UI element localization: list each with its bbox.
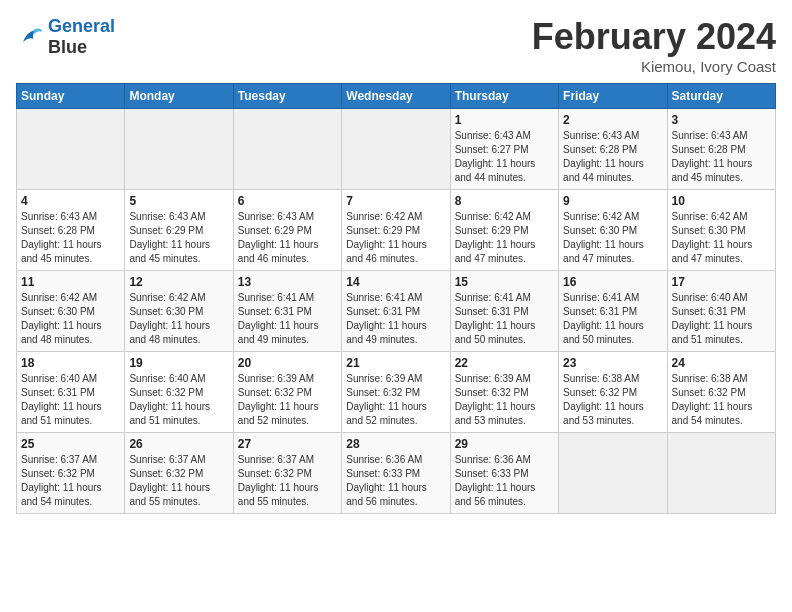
calendar-cell [667, 433, 775, 514]
day-info: Sunrise: 6:36 AMSunset: 6:33 PMDaylight:… [346, 453, 445, 509]
calendar-cell: 19Sunrise: 6:40 AMSunset: 6:32 PMDayligh… [125, 352, 233, 433]
day-number: 27 [238, 437, 337, 451]
day-info: Sunrise: 6:42 AMSunset: 6:30 PMDaylight:… [129, 291, 228, 347]
day-number: 17 [672, 275, 771, 289]
calendar-cell: 21Sunrise: 6:39 AMSunset: 6:32 PMDayligh… [342, 352, 450, 433]
calendar-cell: 11Sunrise: 6:42 AMSunset: 6:30 PMDayligh… [17, 271, 125, 352]
day-number: 1 [455, 113, 554, 127]
day-number: 29 [455, 437, 554, 451]
calendar-cell: 15Sunrise: 6:41 AMSunset: 6:31 PMDayligh… [450, 271, 558, 352]
logo: General Blue [16, 16, 115, 57]
calendar-cell: 25Sunrise: 6:37 AMSunset: 6:32 PMDayligh… [17, 433, 125, 514]
calendar-cell: 10Sunrise: 6:42 AMSunset: 6:30 PMDayligh… [667, 190, 775, 271]
calendar-cell: 17Sunrise: 6:40 AMSunset: 6:31 PMDayligh… [667, 271, 775, 352]
day-number: 4 [21, 194, 120, 208]
day-number: 9 [563, 194, 662, 208]
calendar-cell: 7Sunrise: 6:42 AMSunset: 6:29 PMDaylight… [342, 190, 450, 271]
day-info: Sunrise: 6:43 AMSunset: 6:28 PMDaylight:… [21, 210, 120, 266]
day-number: 21 [346, 356, 445, 370]
day-number: 7 [346, 194, 445, 208]
day-number: 3 [672, 113, 771, 127]
calendar-header-row: SundayMondayTuesdayWednesdayThursdayFrid… [17, 84, 776, 109]
calendar-week-row: 11Sunrise: 6:42 AMSunset: 6:30 PMDayligh… [17, 271, 776, 352]
day-number: 15 [455, 275, 554, 289]
day-info: Sunrise: 6:37 AMSunset: 6:32 PMDaylight:… [238, 453, 337, 509]
calendar-title: February 2024 [532, 16, 776, 58]
day-number: 25 [21, 437, 120, 451]
weekday-header: Saturday [667, 84, 775, 109]
day-info: Sunrise: 6:38 AMSunset: 6:32 PMDaylight:… [563, 372, 662, 428]
day-number: 16 [563, 275, 662, 289]
day-number: 12 [129, 275, 228, 289]
calendar-week-row: 4Sunrise: 6:43 AMSunset: 6:28 PMDaylight… [17, 190, 776, 271]
calendar-cell: 26Sunrise: 6:37 AMSunset: 6:32 PMDayligh… [125, 433, 233, 514]
weekday-header: Friday [559, 84, 667, 109]
calendar-cell: 13Sunrise: 6:41 AMSunset: 6:31 PMDayligh… [233, 271, 341, 352]
day-number: 10 [672, 194, 771, 208]
day-info: Sunrise: 6:39 AMSunset: 6:32 PMDaylight:… [455, 372, 554, 428]
day-info: Sunrise: 6:41 AMSunset: 6:31 PMDaylight:… [563, 291, 662, 347]
weekday-header: Tuesday [233, 84, 341, 109]
calendar-table: SundayMondayTuesdayWednesdayThursdayFrid… [16, 83, 776, 514]
day-info: Sunrise: 6:36 AMSunset: 6:33 PMDaylight:… [455, 453, 554, 509]
day-info: Sunrise: 6:41 AMSunset: 6:31 PMDaylight:… [238, 291, 337, 347]
day-info: Sunrise: 6:40 AMSunset: 6:32 PMDaylight:… [129, 372, 228, 428]
day-info: Sunrise: 6:41 AMSunset: 6:31 PMDaylight:… [346, 291, 445, 347]
day-number: 8 [455, 194, 554, 208]
calendar-cell: 16Sunrise: 6:41 AMSunset: 6:31 PMDayligh… [559, 271, 667, 352]
day-number: 23 [563, 356, 662, 370]
calendar-cell: 23Sunrise: 6:38 AMSunset: 6:32 PMDayligh… [559, 352, 667, 433]
title-block: February 2024 Kiemou, Ivory Coast [532, 16, 776, 75]
day-info: Sunrise: 6:39 AMSunset: 6:32 PMDaylight:… [238, 372, 337, 428]
calendar-cell [125, 109, 233, 190]
calendar-cell: 12Sunrise: 6:42 AMSunset: 6:30 PMDayligh… [125, 271, 233, 352]
day-info: Sunrise: 6:37 AMSunset: 6:32 PMDaylight:… [21, 453, 120, 509]
day-number: 26 [129, 437, 228, 451]
day-info: Sunrise: 6:42 AMSunset: 6:29 PMDaylight:… [346, 210, 445, 266]
calendar-cell: 9Sunrise: 6:42 AMSunset: 6:30 PMDaylight… [559, 190, 667, 271]
calendar-body: 1Sunrise: 6:43 AMSunset: 6:27 PMDaylight… [17, 109, 776, 514]
calendar-cell: 20Sunrise: 6:39 AMSunset: 6:32 PMDayligh… [233, 352, 341, 433]
calendar-cell [342, 109, 450, 190]
calendar-cell: 28Sunrise: 6:36 AMSunset: 6:33 PMDayligh… [342, 433, 450, 514]
day-info: Sunrise: 6:43 AMSunset: 6:29 PMDaylight:… [238, 210, 337, 266]
day-number: 6 [238, 194, 337, 208]
calendar-cell: 27Sunrise: 6:37 AMSunset: 6:32 PMDayligh… [233, 433, 341, 514]
day-info: Sunrise: 6:43 AMSunset: 6:27 PMDaylight:… [455, 129, 554, 185]
calendar-cell: 24Sunrise: 6:38 AMSunset: 6:32 PMDayligh… [667, 352, 775, 433]
day-info: Sunrise: 6:38 AMSunset: 6:32 PMDaylight:… [672, 372, 771, 428]
calendar-cell: 1Sunrise: 6:43 AMSunset: 6:27 PMDaylight… [450, 109, 558, 190]
day-info: Sunrise: 6:42 AMSunset: 6:30 PMDaylight:… [672, 210, 771, 266]
weekday-header: Wednesday [342, 84, 450, 109]
page-header: General Blue February 2024 Kiemou, Ivory… [16, 16, 776, 75]
day-number: 11 [21, 275, 120, 289]
calendar-cell: 14Sunrise: 6:41 AMSunset: 6:31 PMDayligh… [342, 271, 450, 352]
day-info: Sunrise: 6:41 AMSunset: 6:31 PMDaylight:… [455, 291, 554, 347]
day-number: 14 [346, 275, 445, 289]
calendar-cell: 29Sunrise: 6:36 AMSunset: 6:33 PMDayligh… [450, 433, 558, 514]
calendar-cell: 8Sunrise: 6:42 AMSunset: 6:29 PMDaylight… [450, 190, 558, 271]
calendar-week-row: 1Sunrise: 6:43 AMSunset: 6:27 PMDaylight… [17, 109, 776, 190]
day-number: 2 [563, 113, 662, 127]
calendar-cell: 3Sunrise: 6:43 AMSunset: 6:28 PMDaylight… [667, 109, 775, 190]
day-number: 18 [21, 356, 120, 370]
day-info: Sunrise: 6:39 AMSunset: 6:32 PMDaylight:… [346, 372, 445, 428]
calendar-cell: 5Sunrise: 6:43 AMSunset: 6:29 PMDaylight… [125, 190, 233, 271]
day-info: Sunrise: 6:43 AMSunset: 6:28 PMDaylight:… [672, 129, 771, 185]
calendar-cell: 6Sunrise: 6:43 AMSunset: 6:29 PMDaylight… [233, 190, 341, 271]
day-info: Sunrise: 6:42 AMSunset: 6:30 PMDaylight:… [21, 291, 120, 347]
day-number: 22 [455, 356, 554, 370]
day-info: Sunrise: 6:42 AMSunset: 6:29 PMDaylight:… [455, 210, 554, 266]
calendar-cell: 4Sunrise: 6:43 AMSunset: 6:28 PMDaylight… [17, 190, 125, 271]
calendar-cell: 2Sunrise: 6:43 AMSunset: 6:28 PMDaylight… [559, 109, 667, 190]
calendar-cell [233, 109, 341, 190]
weekday-header: Thursday [450, 84, 558, 109]
weekday-header: Sunday [17, 84, 125, 109]
day-number: 24 [672, 356, 771, 370]
day-info: Sunrise: 6:40 AMSunset: 6:31 PMDaylight:… [21, 372, 120, 428]
calendar-subtitle: Kiemou, Ivory Coast [532, 58, 776, 75]
calendar-cell [559, 433, 667, 514]
day-number: 28 [346, 437, 445, 451]
day-info: Sunrise: 6:40 AMSunset: 6:31 PMDaylight:… [672, 291, 771, 347]
day-info: Sunrise: 6:43 AMSunset: 6:28 PMDaylight:… [563, 129, 662, 185]
